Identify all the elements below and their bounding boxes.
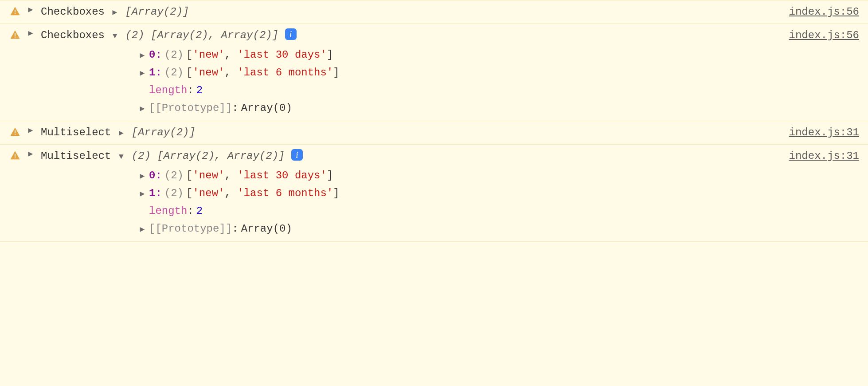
svg-rect-3 xyxy=(15,37,16,38)
warning-icon xyxy=(10,127,20,138)
collapse-toggle-icon[interactable]: ▼ xyxy=(117,151,125,163)
array-prototype[interactable]: ▶ [[Prototype]]: Array(0) xyxy=(138,220,859,238)
console-warning-entry: ▶ Multiselect ▶ [Array(2)] index.js:31 xyxy=(0,121,868,145)
expanded-array: ▶ 0: (2) ['new', 'last 30 days'] ▶ 1: (2… xyxy=(138,46,859,117)
source-link[interactable]: index.js:31 xyxy=(789,148,859,164)
expand-toggle-icon[interactable]: ▶ xyxy=(27,148,35,160)
expanded-array: ▶ 0: (2) ['new', 'last 30 days'] ▶ 1: (2… xyxy=(138,167,859,238)
console-warning-entry: ▶ Checkboxes ▶ [Array(2)] index.js:56 xyxy=(0,0,868,24)
array-preview[interactable]: (2) [Array(2), Array(2)] xyxy=(132,150,285,162)
log-label: Checkboxes xyxy=(41,28,105,43)
svg-rect-7 xyxy=(15,158,16,158)
info-icon[interactable]: i xyxy=(291,149,303,161)
array-item[interactable]: ▶ 0: (2) ['new', 'last 30 days'] xyxy=(138,167,859,185)
array-item[interactable]: ▶ 1: (2) ['new', 'last 6 months'] xyxy=(138,185,859,202)
expand-toggle-icon[interactable]: ▶ xyxy=(27,125,35,137)
log-label: Multiselect xyxy=(41,148,111,164)
expand-toggle-icon[interactable]: ▶ xyxy=(138,188,146,200)
log-label: Multiselect xyxy=(41,125,111,141)
source-link[interactable]: index.js:56 xyxy=(789,4,859,20)
array-item[interactable]: ▶ 1: (2) ['new', 'last 6 months'] xyxy=(138,64,859,82)
warning-icon xyxy=(10,6,20,17)
svg-rect-1 xyxy=(15,13,16,14)
warning-icon xyxy=(10,30,20,40)
expand-toggle-icon[interactable]: ▶ xyxy=(138,50,146,62)
expand-toggle-icon[interactable]: ▶ xyxy=(138,103,146,115)
source-link[interactable]: index.js:56 xyxy=(789,28,859,43)
svg-rect-4 xyxy=(15,130,16,133)
console-warning-entry: ▶ Checkboxes ▼ (2) [Array(2), Array(2)] … xyxy=(0,24,868,121)
array-item[interactable]: ▶ 0: (2) ['new', 'last 30 days'] xyxy=(138,46,859,64)
svg-rect-6 xyxy=(15,154,16,157)
svg-rect-2 xyxy=(15,33,16,36)
expand-toggle-icon[interactable]: ▶ xyxy=(138,224,146,236)
array-length: ▶ length: 2 xyxy=(138,82,859,99)
expand-toggle-icon[interactable]: ▶ xyxy=(111,7,119,19)
log-label: Checkboxes xyxy=(41,4,105,20)
expand-toggle-icon[interactable]: ▶ xyxy=(117,127,125,139)
array-length: ▶ length: 2 xyxy=(138,202,859,220)
expand-toggle-icon[interactable]: ▶ xyxy=(138,170,146,182)
warning-icon xyxy=(10,150,20,161)
console-warning-entry: ▶ Multiselect ▼ (2) [Array(2), Array(2)]… xyxy=(0,145,868,242)
expand-toggle-icon[interactable]: ▶ xyxy=(138,67,146,79)
array-preview[interactable]: [Array(2)] xyxy=(125,6,189,18)
array-prototype[interactable]: ▶ [[Prototype]]: Array(0) xyxy=(138,99,859,117)
svg-rect-0 xyxy=(15,10,16,12)
expand-toggle-icon[interactable]: ▶ xyxy=(27,28,35,39)
svg-rect-5 xyxy=(15,134,16,135)
array-preview[interactable]: (2) [Array(2), Array(2)] xyxy=(125,29,278,41)
collapse-toggle-icon[interactable]: ▼ xyxy=(111,30,119,42)
source-link[interactable]: index.js:31 xyxy=(789,125,859,141)
info-icon[interactable]: i xyxy=(285,28,297,40)
array-preview[interactable]: [Array(2)] xyxy=(132,126,195,138)
expand-toggle-icon[interactable]: ▶ xyxy=(27,4,35,16)
